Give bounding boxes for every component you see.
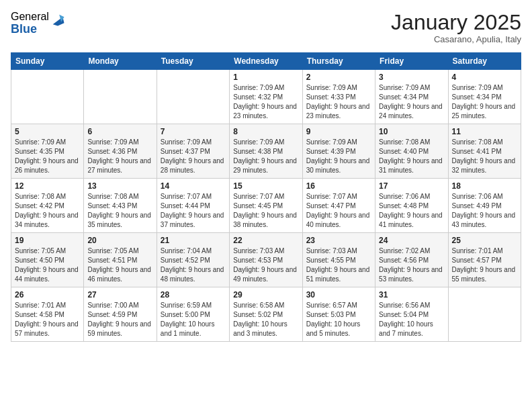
day-detail: Sunrise: 7:09 AM Sunset: 4:37 PM Dayligh… xyxy=(161,138,226,175)
day-detail: Sunrise: 7:09 AM Sunset: 4:39 PM Dayligh… xyxy=(306,138,371,175)
day-detail: Sunrise: 7:07 AM Sunset: 4:47 PM Dayligh… xyxy=(306,192,371,230)
day-number: 28 xyxy=(161,290,226,300)
day-number: 31 xyxy=(379,290,444,300)
calendar-header-row: Sunday Monday Tuesday Wednesday Thursday… xyxy=(11,53,521,70)
day-number: 7 xyxy=(161,127,226,136)
day-number: 18 xyxy=(452,181,517,191)
day-detail: Sunrise: 7:06 AM Sunset: 4:49 PM Dayligh… xyxy=(452,192,517,230)
calendar-cell: 26Sunrise: 7:01 AM Sunset: 4:58 PM Dayli… xyxy=(11,287,84,342)
calendar-cell: 27Sunrise: 7:00 AM Sunset: 4:59 PM Dayli… xyxy=(84,287,157,342)
calendar-cell: 5Sunrise: 7:09 AM Sunset: 4:35 PM Daylig… xyxy=(11,124,84,179)
day-detail: Sunrise: 7:08 AM Sunset: 4:43 PM Dayligh… xyxy=(87,192,152,230)
calendar-cell: 19Sunrise: 7:05 AM Sunset: 4:50 PM Dayli… xyxy=(11,233,84,287)
day-number: 4 xyxy=(452,73,517,82)
calendar-cell: 4Sunrise: 7:09 AM Sunset: 4:34 PM Daylig… xyxy=(448,70,521,124)
calendar-cell: 11Sunrise: 7:08 AM Sunset: 4:41 PM Dayli… xyxy=(448,124,521,179)
day-detail: Sunrise: 6:56 AM Sunset: 5:04 PM Dayligh… xyxy=(379,301,444,338)
title-area: January 2025 Casarano, Apulia, Italy xyxy=(391,11,521,44)
calendar-cell: 8Sunrise: 7:09 AM Sunset: 4:38 PM Daylig… xyxy=(230,124,302,179)
day-detail: Sunrise: 7:09 AM Sunset: 4:32 PM Dayligh… xyxy=(233,83,298,121)
day-number: 8 xyxy=(233,127,298,136)
calendar-cell: 30Sunrise: 6:57 AM Sunset: 5:03 PM Dayli… xyxy=(302,287,375,342)
col-friday: Friday xyxy=(375,53,448,70)
calendar-cell: 15Sunrise: 7:07 AM Sunset: 4:45 PM Dayli… xyxy=(230,179,302,233)
day-detail: Sunrise: 6:59 AM Sunset: 5:00 PM Dayligh… xyxy=(161,301,226,338)
page-header: General Blue January 2025 Casarano, Apul… xyxy=(11,11,521,44)
day-number: 1 xyxy=(233,73,298,82)
day-detail: Sunrise: 7:07 AM Sunset: 4:44 PM Dayligh… xyxy=(161,192,226,230)
col-sunday: Sunday xyxy=(11,53,84,70)
calendar-week-1: 1Sunrise: 7:09 AM Sunset: 4:32 PM Daylig… xyxy=(11,70,521,124)
day-detail: Sunrise: 6:57 AM Sunset: 5:03 PM Dayligh… xyxy=(306,301,371,338)
day-detail: Sunrise: 7:08 AM Sunset: 4:41 PM Dayligh… xyxy=(452,138,517,175)
day-number: 27 xyxy=(87,290,152,300)
col-wednesday: Wednesday xyxy=(230,53,302,70)
calendar-week-4: 19Sunrise: 7:05 AM Sunset: 4:50 PM Dayli… xyxy=(11,233,521,287)
calendar-cell xyxy=(84,70,157,124)
calendar-cell: 31Sunrise: 6:56 AM Sunset: 5:04 PM Dayli… xyxy=(375,287,448,342)
day-number: 3 xyxy=(379,73,444,82)
day-detail: Sunrise: 7:05 AM Sunset: 4:50 PM Dayligh… xyxy=(15,246,80,284)
day-number: 10 xyxy=(379,127,444,136)
day-number: 25 xyxy=(452,236,517,245)
calendar-cell: 7Sunrise: 7:09 AM Sunset: 4:37 PM Daylig… xyxy=(157,124,229,179)
day-number: 5 xyxy=(15,127,80,136)
day-number: 24 xyxy=(379,236,444,245)
day-detail: Sunrise: 7:01 AM Sunset: 4:57 PM Dayligh… xyxy=(452,246,517,284)
calendar-cell: 20Sunrise: 7:05 AM Sunset: 4:51 PM Dayli… xyxy=(84,233,157,287)
calendar-cell: 24Sunrise: 7:02 AM Sunset: 4:56 PM Dayli… xyxy=(375,233,448,287)
calendar-cell: 29Sunrise: 6:58 AM Sunset: 5:02 PM Dayli… xyxy=(230,287,302,342)
calendar-cell: 10Sunrise: 7:08 AM Sunset: 4:40 PM Dayli… xyxy=(375,124,448,179)
calendar-cell: 1Sunrise: 7:09 AM Sunset: 4:32 PM Daylig… xyxy=(230,70,302,124)
day-number: 15 xyxy=(233,181,298,191)
day-detail: Sunrise: 7:09 AM Sunset: 4:34 PM Dayligh… xyxy=(452,83,517,121)
day-detail: Sunrise: 7:08 AM Sunset: 4:42 PM Dayligh… xyxy=(15,192,80,230)
day-number: 29 xyxy=(233,290,298,300)
calendar-cell xyxy=(11,70,84,124)
day-detail: Sunrise: 6:58 AM Sunset: 5:02 PM Dayligh… xyxy=(233,301,298,338)
calendar-week-2: 5Sunrise: 7:09 AM Sunset: 4:35 PM Daylig… xyxy=(11,124,521,179)
calendar-cell xyxy=(448,287,521,342)
calendar-cell: 22Sunrise: 7:03 AM Sunset: 4:53 PM Dayli… xyxy=(230,233,302,287)
day-number: 22 xyxy=(233,236,298,245)
day-detail: Sunrise: 7:01 AM Sunset: 4:58 PM Dayligh… xyxy=(15,301,80,338)
calendar-cell: 18Sunrise: 7:06 AM Sunset: 4:49 PM Dayli… xyxy=(448,179,521,233)
day-number: 17 xyxy=(379,181,444,191)
day-number: 26 xyxy=(15,290,80,300)
calendar-cell xyxy=(157,70,229,124)
calendar-week-5: 26Sunrise: 7:01 AM Sunset: 4:58 PM Dayli… xyxy=(11,287,521,342)
col-tuesday: Tuesday xyxy=(157,53,229,70)
calendar-cell: 9Sunrise: 7:09 AM Sunset: 4:39 PM Daylig… xyxy=(302,124,375,179)
calendar-cell: 13Sunrise: 7:08 AM Sunset: 4:43 PM Dayli… xyxy=(84,179,157,233)
calendar-cell: 2Sunrise: 7:09 AM Sunset: 4:33 PM Daylig… xyxy=(302,70,375,124)
calendar-cell: 3Sunrise: 7:09 AM Sunset: 4:34 PM Daylig… xyxy=(375,70,448,124)
calendar-cell: 25Sunrise: 7:01 AM Sunset: 4:57 PM Dayli… xyxy=(448,233,521,287)
day-detail: Sunrise: 7:03 AM Sunset: 4:55 PM Dayligh… xyxy=(306,246,371,284)
day-detail: Sunrise: 7:07 AM Sunset: 4:45 PM Dayligh… xyxy=(233,192,298,230)
day-detail: Sunrise: 7:09 AM Sunset: 4:33 PM Dayligh… xyxy=(306,83,371,121)
day-number: 19 xyxy=(15,236,80,245)
day-detail: Sunrise: 7:05 AM Sunset: 4:51 PM Dayligh… xyxy=(87,246,152,284)
day-number: 6 xyxy=(87,127,152,136)
calendar-cell: 17Sunrise: 7:06 AM Sunset: 4:48 PM Dayli… xyxy=(375,179,448,233)
day-number: 16 xyxy=(306,181,371,191)
logo-text: General Blue xyxy=(11,11,49,36)
calendar-table: Sunday Monday Tuesday Wednesday Thursday… xyxy=(11,52,521,342)
col-saturday: Saturday xyxy=(448,53,521,70)
logo-icon xyxy=(50,12,65,27)
col-thursday: Thursday xyxy=(302,53,375,70)
calendar-cell: 23Sunrise: 7:03 AM Sunset: 4:55 PM Dayli… xyxy=(302,233,375,287)
day-detail: Sunrise: 7:04 AM Sunset: 4:52 PM Dayligh… xyxy=(161,246,226,284)
calendar-cell: 6Sunrise: 7:09 AM Sunset: 4:36 PM Daylig… xyxy=(84,124,157,179)
day-number: 12 xyxy=(15,181,80,191)
calendar-cell: 12Sunrise: 7:08 AM Sunset: 4:42 PM Dayli… xyxy=(11,179,84,233)
day-detail: Sunrise: 7:09 AM Sunset: 4:38 PM Dayligh… xyxy=(233,138,298,175)
location-subtitle: Casarano, Apulia, Italy xyxy=(391,34,521,44)
day-detail: Sunrise: 7:09 AM Sunset: 4:36 PM Dayligh… xyxy=(87,138,152,175)
month-title: January 2025 xyxy=(391,11,521,34)
calendar-week-3: 12Sunrise: 7:08 AM Sunset: 4:42 PM Dayli… xyxy=(11,179,521,233)
col-monday: Monday xyxy=(84,53,157,70)
logo-blue: Blue xyxy=(11,23,49,36)
day-detail: Sunrise: 7:09 AM Sunset: 4:35 PM Dayligh… xyxy=(15,138,80,175)
day-number: 21 xyxy=(161,236,226,245)
